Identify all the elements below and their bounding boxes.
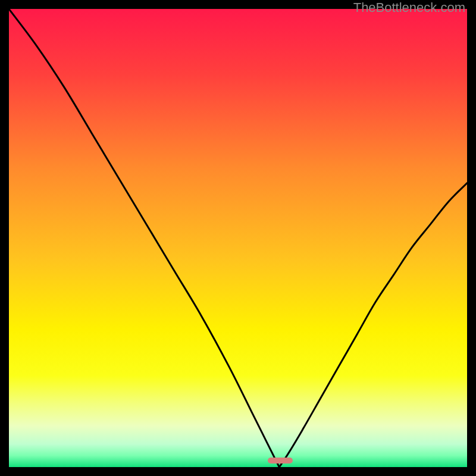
plot-area	[9, 9, 467, 467]
chart-frame: TheBottleneck.com	[0, 0, 476, 476]
optimal-marker	[268, 458, 293, 464]
curve-right-branch	[279, 183, 467, 467]
watermark-text: TheBottleneck.com	[353, 0, 465, 15]
bottleneck-curve	[9, 9, 467, 467]
curve-left-branch	[9, 9, 279, 467]
